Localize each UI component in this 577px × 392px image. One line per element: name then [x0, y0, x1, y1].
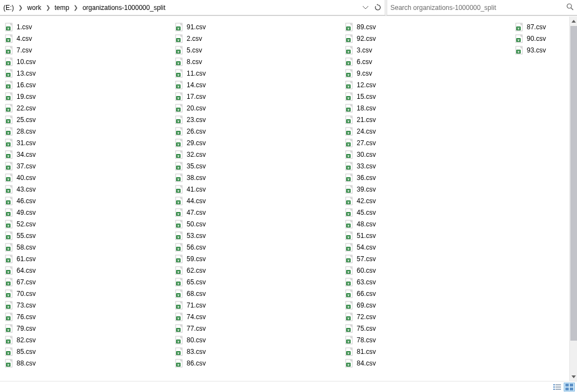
- search-box[interactable]: [387, 0, 577, 15]
- file-item[interactable]: X 77.csv: [172, 322, 342, 334]
- file-item[interactable]: X 69.csv: [342, 299, 512, 311]
- file-item[interactable]: X 48.csv: [342, 218, 512, 230]
- history-dropdown-button[interactable]: [361, 2, 370, 13]
- thumbnails-view-button[interactable]: [564, 383, 575, 391]
- file-item[interactable]: X 38.csv: [172, 172, 342, 183]
- file-item[interactable]: X 32.csv: [172, 149, 342, 160]
- file-item[interactable]: X 51.csv: [342, 230, 512, 241]
- chevron-right-icon[interactable]: ❯: [44, 4, 52, 10]
- scroll-down-button[interactable]: [570, 372, 577, 381]
- file-item[interactable]: X 24.csv: [342, 125, 512, 137]
- file-item[interactable]: X 20.csv: [172, 102, 342, 114]
- file-item[interactable]: X 9.csv: [342, 67, 512, 79]
- file-item[interactable]: X 37.csv: [2, 160, 172, 172]
- breadcrumb[interactable]: (E:) ❯ work ❯ temp ❯ organizations-10000…: [0, 0, 385, 15]
- file-item[interactable]: X 46.csv: [2, 195, 172, 206]
- file-item[interactable]: X 73.csv: [2, 299, 172, 311]
- file-item[interactable]: X 45.csv: [342, 206, 512, 218]
- file-item[interactable]: X 87.csv: [512, 21, 569, 33]
- breadcrumb-part-0[interactable]: work: [25, 0, 43, 15]
- file-item[interactable]: X 26.csv: [172, 125, 342, 137]
- file-item[interactable]: X 85.csv: [2, 346, 172, 357]
- file-item[interactable]: X 93.csv: [512, 44, 569, 56]
- file-item[interactable]: X 70.csv: [2, 288, 172, 299]
- file-item[interactable]: X 41.csv: [172, 183, 342, 195]
- file-item[interactable]: X 49.csv: [2, 206, 172, 218]
- file-item[interactable]: X 44.csv: [172, 195, 342, 206]
- file-item[interactable]: X 58.csv: [2, 241, 172, 253]
- scroll-up-button[interactable]: [570, 17, 577, 25]
- file-item[interactable]: X 22.csv: [2, 102, 172, 114]
- file-item[interactable]: X 83.csv: [172, 346, 342, 357]
- file-item[interactable]: X 35.csv: [172, 160, 342, 172]
- file-item[interactable]: X 29.csv: [172, 137, 342, 149]
- refresh-button[interactable]: [373, 2, 383, 13]
- file-item[interactable]: X 4.csv: [2, 33, 172, 44]
- file-item[interactable]: X 66.csv: [342, 288, 512, 299]
- file-item[interactable]: X 71.csv: [172, 299, 342, 311]
- file-item[interactable]: X 82.csv: [2, 334, 172, 346]
- file-item[interactable]: X 76.csv: [2, 311, 172, 322]
- file-item[interactable]: X 23.csv: [172, 114, 342, 125]
- file-item[interactable]: X 64.csv: [2, 264, 172, 276]
- file-item[interactable]: X 42.csv: [342, 195, 512, 206]
- file-item[interactable]: X 65.csv: [172, 276, 342, 288]
- file-item[interactable]: X 12.csv: [342, 79, 512, 91]
- file-item[interactable]: X 75.csv: [342, 322, 512, 334]
- file-item[interactable]: X 27.csv: [342, 137, 512, 149]
- file-item[interactable]: X 79.csv: [2, 322, 172, 334]
- file-item[interactable]: X 34.csv: [2, 149, 172, 160]
- file-item[interactable]: X 39.csv: [342, 183, 512, 195]
- file-item[interactable]: X 18.csv: [342, 102, 512, 114]
- file-item[interactable]: X 6.csv: [342, 56, 512, 67]
- file-item[interactable]: X 74.csv: [172, 311, 342, 322]
- file-item[interactable]: X 80.csv: [172, 334, 342, 346]
- file-item[interactable]: X 56.csv: [172, 241, 342, 253]
- file-pane[interactable]: X 1.csv X 4.csv X 7.csv X 10.csv X 13.cs…: [0, 17, 569, 381]
- file-item[interactable]: X 8.csv: [172, 56, 342, 67]
- file-item[interactable]: X 78.csv: [342, 334, 512, 346]
- breadcrumb-part-2[interactable]: organizations-1000000_split: [80, 0, 167, 15]
- file-item[interactable]: X 11.csv: [172, 67, 342, 79]
- file-item[interactable]: X 2.csv: [172, 33, 342, 44]
- file-item[interactable]: X 1.csv: [2, 21, 172, 33]
- file-item[interactable]: X 89.csv: [342, 21, 512, 33]
- file-item[interactable]: X 90.csv: [512, 33, 569, 44]
- file-item[interactable]: X 92.csv: [342, 33, 512, 44]
- file-item[interactable]: X 81.csv: [342, 346, 512, 357]
- file-item[interactable]: X 60.csv: [342, 264, 512, 276]
- file-item[interactable]: X 47.csv: [172, 206, 342, 218]
- details-view-button[interactable]: [552, 383, 563, 391]
- file-item[interactable]: X 67.csv: [2, 276, 172, 288]
- file-item[interactable]: X 63.csv: [342, 276, 512, 288]
- file-item[interactable]: X 25.csv: [2, 114, 172, 125]
- file-item[interactable]: X 59.csv: [172, 253, 342, 264]
- file-item[interactable]: X 61.csv: [2, 253, 172, 264]
- file-item[interactable]: X 7.csv: [2, 44, 172, 56]
- file-item[interactable]: X 36.csv: [342, 172, 512, 183]
- file-item[interactable]: X 19.csv: [2, 91, 172, 102]
- file-item[interactable]: X 30.csv: [342, 149, 512, 160]
- file-item[interactable]: X 5.csv: [172, 44, 342, 56]
- file-item[interactable]: X 62.csv: [172, 264, 342, 276]
- file-item[interactable]: X 54.csv: [342, 241, 512, 253]
- file-item[interactable]: X 50.csv: [172, 218, 342, 230]
- vertical-scrollbar[interactable]: [569, 17, 577, 381]
- file-item[interactable]: X 57.csv: [342, 253, 512, 264]
- file-item[interactable]: X 91.csv: [172, 21, 342, 33]
- file-item[interactable]: X 52.csv: [2, 218, 172, 230]
- chevron-right-icon[interactable]: ❯: [71, 4, 80, 10]
- file-item[interactable]: X 14.csv: [172, 79, 342, 91]
- file-item[interactable]: X 68.csv: [172, 288, 342, 299]
- file-item[interactable]: X 40.csv: [2, 172, 172, 183]
- file-item[interactable]: X 53.csv: [172, 230, 342, 241]
- file-item[interactable]: X 31.csv: [2, 137, 172, 149]
- file-item[interactable]: X 55.csv: [2, 230, 172, 241]
- breadcrumb-drive[interactable]: (E:): [1, 0, 16, 15]
- file-item[interactable]: X 86.csv: [172, 357, 342, 369]
- breadcrumb-part-1[interactable]: temp: [52, 0, 72, 15]
- file-item[interactable]: X 72.csv: [342, 311, 512, 322]
- search-input[interactable]: [390, 4, 567, 12]
- file-item[interactable]: X 13.csv: [2, 67, 172, 79]
- chevron-right-icon[interactable]: ❯: [16, 4, 25, 10]
